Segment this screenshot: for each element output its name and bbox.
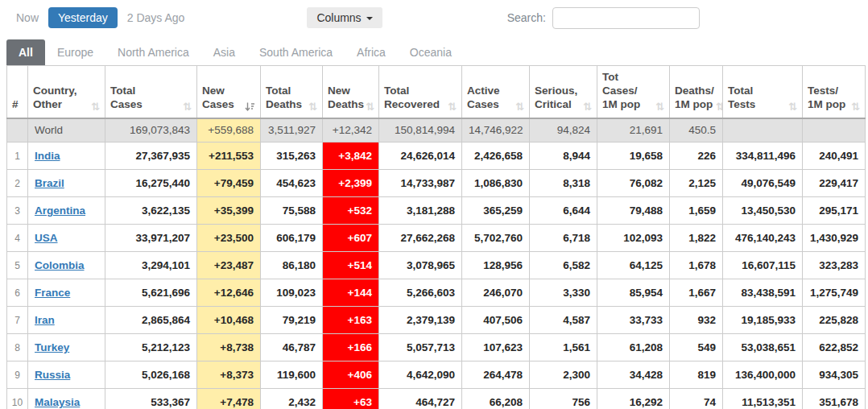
tab-asia[interactable]: Asia xyxy=(201,39,247,65)
active_cases-cell: 246,070 xyxy=(462,279,530,307)
active_cases-cell: 66,208 xyxy=(462,389,530,409)
new_cases-cell: +12,646 xyxy=(197,279,261,307)
tab-north-america[interactable]: North America xyxy=(105,39,201,65)
total_recovered-cell: 5,057,713 xyxy=(379,334,462,361)
new_deaths-cell: +514 xyxy=(323,252,379,279)
column-label-new_deaths: New Deaths xyxy=(328,85,364,112)
new_cases-cell: +23,487 xyxy=(197,252,261,279)
tot_cases_1m-cell: 16,292 xyxy=(597,389,670,409)
column-header-new_deaths[interactable]: New Deaths⇅ xyxy=(323,66,379,118)
tab-europe[interactable]: Europe xyxy=(45,39,105,65)
tests_1m-cell: 934,305 xyxy=(803,361,866,389)
column-label-tot_cases_1m: Tot Cases/ 1M pop xyxy=(602,71,654,112)
serious_critical-cell: 8,318 xyxy=(530,170,597,197)
rank-cell: 1 xyxy=(7,143,28,170)
column-label-new_cases: New Cases xyxy=(202,85,234,112)
table-row: 2Brazil16,275,440+79,459454,623+2,39914,… xyxy=(7,170,866,197)
tab-all[interactable]: All xyxy=(6,39,45,65)
column-header-total_cases[interactable]: Total Cases⇅ xyxy=(105,66,197,118)
rank-cell: 2 xyxy=(7,170,28,197)
columns-dropdown-button[interactable]: Columns xyxy=(307,7,382,28)
tab-africa[interactable]: Africa xyxy=(345,39,398,65)
country-link[interactable]: Brazil xyxy=(35,177,64,189)
tab-south-america[interactable]: South America xyxy=(247,39,345,65)
column-header-serious_critical[interactable]: Serious, Critical⇅ xyxy=(530,66,597,118)
total_deaths-cell: 606,179 xyxy=(261,225,323,252)
total_recovered-cell: 5,266,603 xyxy=(379,279,462,307)
tot_cases_1m-cell: 76,082 xyxy=(597,170,670,197)
world-active_cases-cell: 14,746,922 xyxy=(462,118,530,143)
country-link[interactable]: Malaysia xyxy=(35,396,80,408)
column-label-rank: # xyxy=(12,98,19,112)
total_tests-cell: 19,185,933 xyxy=(723,307,803,334)
tests_1m-cell: 622,852 xyxy=(803,334,866,361)
active_cases-cell: 264,478 xyxy=(462,361,530,389)
deaths_1m-cell: 1,659 xyxy=(670,197,723,225)
tests_1m-cell: 323,283 xyxy=(803,252,866,279)
table-row: 1India27,367,935+211,553315,263+3,84224,… xyxy=(7,143,866,170)
total_recovered-cell: 4,642,090 xyxy=(379,361,462,389)
column-header-total_recovered[interactable]: Total Recovered⇅ xyxy=(379,66,462,118)
column-header-deaths_1m[interactable]: Deaths/ 1M pop⇅ xyxy=(670,66,723,118)
tests_1m-cell: 351,678 xyxy=(803,389,866,409)
now-button[interactable]: Now xyxy=(6,7,48,28)
deaths_1m-cell: 1,667 xyxy=(670,279,723,307)
column-header-country[interactable]: Country, Other⇅ xyxy=(28,66,105,118)
caret-down-icon xyxy=(366,17,373,20)
search-label: Search: xyxy=(507,11,546,24)
new_deaths-cell: +166 xyxy=(323,334,379,361)
country-link[interactable]: Colombia xyxy=(35,259,85,271)
country-link[interactable]: Russia xyxy=(35,369,70,381)
tests_1m-cell: 225,828 xyxy=(803,307,866,334)
column-header-new_cases[interactable]: New Cases xyxy=(197,66,261,118)
tab-oceania[interactable]: Oceania xyxy=(398,39,464,65)
total_tests-cell: 13,450,530 xyxy=(723,197,803,225)
serious_critical-cell: 6,644 xyxy=(530,197,597,225)
sort-both-icon: ⇅ xyxy=(583,101,592,112)
table-row: 6France5,621,696+12,646109,023+1445,266,… xyxy=(7,279,866,307)
sort-both-icon: ⇅ xyxy=(515,101,524,112)
two-days-ago-button[interactable]: 2 Days Ago xyxy=(118,7,195,28)
country-link[interactable]: Iran xyxy=(35,314,55,326)
column-header-total_tests[interactable]: Total Tests⇅ xyxy=(723,66,803,118)
continent-tabs: AllEuropeNorth AmericaAsiaSouth AmericaA… xyxy=(6,39,862,65)
country-cell: Colombia xyxy=(28,252,105,279)
country-link[interactable]: India xyxy=(35,150,60,162)
new_cases-cell: +8,373 xyxy=(197,361,261,389)
deaths_1m-cell: 226 xyxy=(670,143,723,170)
country-cell: India xyxy=(28,143,105,170)
total_tests-cell: 49,076,549 xyxy=(723,170,803,197)
tests_1m-cell: 240,491 xyxy=(803,143,866,170)
column-header-active_cases[interactable]: Active Cases⇅ xyxy=(462,66,530,118)
search-input[interactable] xyxy=(552,7,700,29)
total_cases-cell: 27,367,935 xyxy=(105,143,197,170)
new_deaths-cell: +163 xyxy=(323,307,379,334)
tot_cases_1m-cell: 79,488 xyxy=(597,197,670,225)
sort-both-icon: ⇅ xyxy=(655,101,664,112)
new_cases-cell: +10,468 xyxy=(197,307,261,334)
yesterday-button[interactable]: Yesterday xyxy=(48,7,118,28)
deaths_1m-cell: 2,125 xyxy=(670,170,723,197)
sort-both-icon: ⇅ xyxy=(448,101,457,112)
country-link[interactable]: Turkey xyxy=(35,341,69,353)
column-header-tot_cases_1m[interactable]: Tot Cases/ 1M pop⇅ xyxy=(597,66,670,118)
rank-cell: 3 xyxy=(7,197,28,225)
new_deaths-cell: +3,842 xyxy=(323,143,379,170)
total_recovered-cell: 24,626,014 xyxy=(379,143,462,170)
sort-both-icon: ⇅ xyxy=(716,101,723,112)
world-tests_1m-cell xyxy=(803,118,866,143)
rank-cell: 6 xyxy=(7,279,28,307)
country-link[interactable]: Argentina xyxy=(35,204,85,217)
country-link[interactable]: France xyxy=(35,287,70,299)
column-header-tests_1m[interactable]: Tests/ 1M pop⇅ xyxy=(803,66,866,118)
rank-cell: 4 xyxy=(7,225,28,252)
total_deaths-cell: 315,263 xyxy=(261,143,323,170)
deaths_1m-cell: 819 xyxy=(670,361,723,389)
country-link[interactable]: USA xyxy=(35,232,58,244)
column-label-total_tests: Total Tests xyxy=(728,85,755,112)
sort-both-icon: ⇅ xyxy=(308,101,317,112)
deaths_1m-cell: 549 xyxy=(670,334,723,361)
tests_1m-cell: 1,430,929 xyxy=(803,225,866,252)
total_deaths-cell: 86,180 xyxy=(261,252,323,279)
column-header-total_deaths[interactable]: Total Deaths⇅ xyxy=(261,66,323,118)
